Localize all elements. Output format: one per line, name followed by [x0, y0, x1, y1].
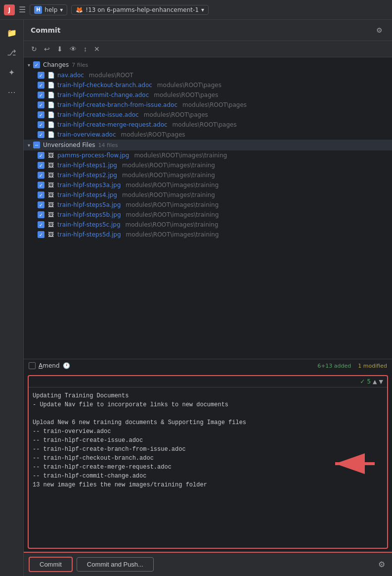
file-name: nav.adoc [57, 72, 84, 79]
file-item[interactable]: ✓ 📄 train-hlpf-create-branch-from-issue.… [24, 100, 392, 110]
sort-button[interactable]: ↕ [81, 44, 89, 54]
changes-group-header[interactable]: ▾ ✓ Changes 7 files [24, 59, 392, 70]
file-item[interactable]: ✓ 📄 train-hlpf-create-issue.adoc modules… [24, 110, 392, 120]
file-checkbox[interactable]: ✓ [38, 131, 44, 138]
file-path: modules\ROOT\pages [182, 101, 247, 108]
amend-checkbox[interactable] [29, 362, 36, 369]
file-name: train-hlpf-commit-change.adoc [57, 92, 149, 98]
file-checkbox[interactable]: ✓ [38, 172, 44, 179]
repo-label: help [44, 6, 57, 13]
file-checkbox[interactable]: ✓ [38, 111, 44, 118]
file-name: train-hlpf-steps1.jpg [57, 162, 117, 169]
file-path: modules\ROOT\images\training [126, 221, 218, 228]
sidebar-item-vcs[interactable]: ⎇ [3, 44, 21, 61]
file-checkbox[interactable]: ✓ [38, 201, 44, 208]
file-checkbox[interactable]: ✓ [38, 101, 44, 108]
close-panel-button[interactable]: ✕ [91, 44, 102, 54]
sidebar-item-more[interactable]: ⋯ [3, 83, 21, 101]
file-tree: ▾ ✓ Changes 7 files ✓ 📄 nav.adoc modules… [24, 57, 392, 359]
unversioned-checkbox[interactable]: ─ [33, 142, 40, 148]
sidebar-icons: 📁 ⎇ ✦ ⋯ [0, 20, 24, 576]
amend-left: Amend 🕐 [29, 362, 70, 369]
main-layout: 📁 ⎇ ✦ ⋯ Commit ⚙ ↻ ↩ ⬇ 👁 ↕ ✕ ▾ [0, 20, 392, 576]
gitlab-icon: 🦊 [76, 6, 83, 13]
unversioned-group-label: Unversioned Files [43, 142, 95, 148]
file-name: train-hlpf-create-issue.adoc [57, 111, 139, 118]
file-item[interactable]: ✓ 🖼 train-hlpf-steps5d.jpg modules\ROOT\… [24, 230, 392, 240]
file-path: modules\ROOT\pages [157, 82, 221, 89]
file-item[interactable]: ✓ 🖼 train-hlpf-steps2.jpg modules\ROOT\i… [24, 170, 392, 180]
amend-row: Amend 🕐 6+13 added 1 modified [24, 359, 392, 372]
changes-chevron: ▾ [28, 62, 30, 68]
changes-checkbox[interactable]: ✓ [33, 61, 40, 68]
file-name: train-hlpf-steps5a.jpg [57, 201, 121, 208]
file-name: train-hlpf-checkout-branch.adoc [57, 82, 152, 89]
changes-group-label: Changes [43, 61, 69, 68]
panel-header: Commit ⚙ [24, 20, 392, 41]
file-path: modules\ROOT\pages [144, 111, 208, 118]
file-checkbox[interactable]: ✓ [38, 152, 44, 159]
unversioned-group-header[interactable]: ▾ ─ Unversioned Files 14 files [24, 140, 392, 150]
download-button[interactable]: ⬇ [54, 44, 65, 54]
doc-icon: 📄 [47, 82, 54, 89]
clock-icon[interactable]: 🕐 [63, 362, 70, 369]
img-icon: 🖼 [47, 211, 54, 218]
file-checkbox[interactable]: ✓ [38, 162, 44, 169]
file-item[interactable]: ✓ 🖼 train-hlpf-steps1.jpg modules\ROOT\i… [24, 160, 392, 170]
img-icon: 🖼 [47, 172, 54, 179]
settings-gear-button[interactable]: ⚙ [376, 558, 387, 571]
file-name: train-hlpf-steps5c.jpg [57, 221, 121, 228]
file-item[interactable]: ✓ 📄 nav.adoc modules\ROOT [24, 70, 392, 80]
changes-group-count: 7 files [72, 62, 88, 68]
hamburger-menu[interactable]: ☰ [19, 5, 26, 14]
app-logo: J [4, 4, 15, 15]
file-checkbox[interactable]: ✓ [38, 231, 44, 238]
commit-push-button[interactable]: Commit and Push... [77, 557, 154, 572]
file-item[interactable]: ✓ 🖼 train-hlpf-steps5a.jpg modules\ROOT\… [24, 200, 392, 210]
file-checkbox[interactable]: ✓ [38, 211, 44, 218]
file-path: modules\ROOT\pages [154, 92, 218, 98]
refresh-button[interactable]: ↻ [29, 44, 40, 54]
img-icon: 🖼 [47, 221, 54, 228]
doc-icon: 📄 [47, 121, 54, 128]
file-path: modules\ROOT\images\training [134, 152, 227, 159]
file-item[interactable]: ✓ 🖼 train-hlpf-steps4.jpg modules\ROOT\i… [24, 190, 392, 200]
file-item[interactable]: ✓ 📄 train-hlpf-create-merge-request.adoc… [24, 120, 392, 130]
file-checkbox[interactable]: ✓ [38, 192, 44, 198]
file-checkbox[interactable]: ✓ [38, 82, 44, 89]
file-item[interactable]: ✓ 🖼 pamms-process-flow.jpg modules\ROOT\… [24, 150, 392, 160]
undo-button[interactable]: ↩ [42, 44, 52, 54]
commit-button[interactable]: Commit [29, 557, 73, 572]
img-icon: 🖼 [47, 192, 54, 198]
file-item[interactable]: ✓ 📄 train-hlpf-commit-change.adoc module… [24, 90, 392, 100]
sidebar-item-folder[interactable]: 📁 [3, 24, 21, 42]
file-name: train-hlpf-steps2.jpg [57, 172, 117, 179]
file-checkbox[interactable]: ✓ [38, 121, 44, 128]
file-name: train-hlpf-create-branch-from-issue.adoc [57, 101, 177, 108]
amend-underline: A [39, 362, 43, 369]
view-button[interactable]: 👁 [67, 44, 79, 54]
file-checkbox[interactable]: ✓ [38, 221, 44, 228]
commit-message-header: ✓ 5 ▲ ▼ [29, 376, 387, 387]
file-item[interactable]: ✓ 📄 train-overview.adoc modules\ROOT\pag… [24, 130, 392, 140]
repo-selector[interactable]: H help ▾ [30, 4, 67, 15]
stats-separator [353, 363, 356, 369]
file-item[interactable]: ✓ 🖼 train-hlpf-steps3a.jpg modules\ROOT\… [24, 180, 392, 190]
file-item[interactable]: ✓ 🖼 train-hlpf-steps5c.jpg modules\ROOT\… [24, 220, 392, 230]
file-item[interactable]: ✓ 📄 train-hlpf-checkout-branch.adoc modu… [24, 80, 392, 90]
file-item[interactable]: ✓ 🖼 train-hlpf-steps5b.jpg modules\ROOT\… [24, 210, 392, 220]
file-checkbox[interactable]: ✓ [38, 72, 44, 79]
panel-title: Commit [31, 26, 61, 34]
file-path: modules\ROOT\images\training [126, 201, 218, 208]
mr-badge[interactable]: 🦊 !13 on 6-pamms-help-enhancement-1 ▾ [71, 5, 209, 15]
file-name: train-hlpf-steps5d.jpg [57, 231, 121, 238]
stats-text: 6+13 added 1 modified [317, 363, 387, 369]
file-checkbox[interactable]: ✓ [38, 182, 44, 189]
commit-message-area: ✓ 5 ▲ ▼ Updating Training Documents - Up… [28, 375, 388, 549]
sidebar-item-plugins[interactable]: ✦ [3, 63, 21, 81]
settings-icon[interactable]: ⚙ [374, 25, 385, 36]
spell-nav-down[interactable]: ▼ [379, 379, 383, 385]
spell-nav-up[interactable]: ▲ [373, 379, 377, 385]
file-checkbox[interactable]: ✓ [38, 92, 44, 98]
file-path: modules\ROOT\images\training [126, 211, 219, 218]
